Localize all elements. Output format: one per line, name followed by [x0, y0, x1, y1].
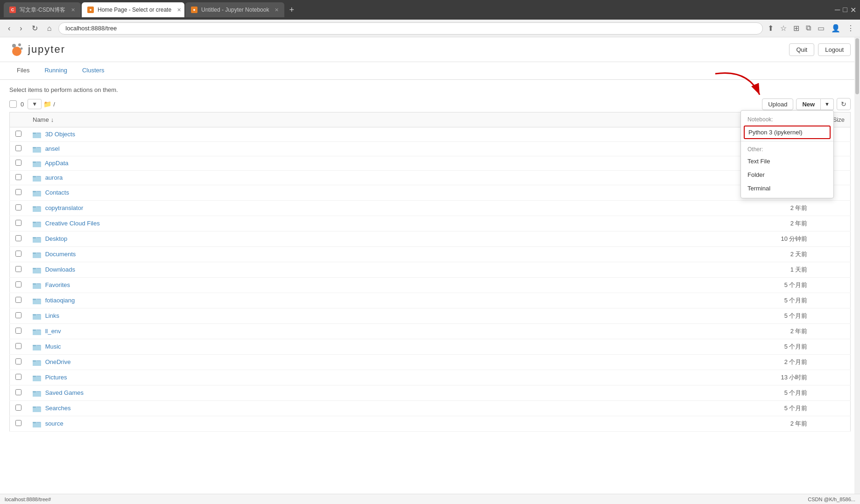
- row-checkbox-2[interactable]: [10, 156, 28, 171]
- checkbox-input-14[interactable]: [15, 343, 21, 349]
- checkbox-input-12[interactable]: [15, 312, 21, 318]
- checkbox-input-5[interactable]: [15, 204, 21, 210]
- tab-home[interactable]: ● Home Page - Select or create ✕: [82, 2, 184, 17]
- checkbox-input-9[interactable]: [15, 266, 21, 272]
- checkbox-input-19[interactable]: [15, 420, 21, 426]
- file-link-6[interactable]: Creative Cloud Files: [45, 220, 100, 227]
- checkbox-input-11[interactable]: [15, 297, 21, 303]
- reload-button[interactable]: ↻: [29, 23, 40, 34]
- checkbox-input-13[interactable]: [15, 328, 21, 334]
- file-link-12[interactable]: Links: [45, 312, 59, 319]
- minimize-btn[interactable]: ─: [835, 6, 840, 14]
- row-checkbox-18[interactable]: [10, 401, 28, 416]
- close-btn[interactable]: ✕: [850, 6, 856, 14]
- row-checkbox-16[interactable]: [10, 370, 28, 385]
- terminal-option[interactable]: Terminal: [741, 182, 833, 195]
- tab-clusters[interactable]: Clusters: [75, 62, 112, 79]
- row-checkbox-10[interactable]: [10, 278, 28, 293]
- name-col-header[interactable]: Name ↓: [27, 112, 739, 127]
- file-link-4[interactable]: Contacts: [45, 189, 69, 196]
- row-checkbox-7[interactable]: [10, 231, 28, 247]
- maximize-btn[interactable]: □: [843, 6, 847, 14]
- bookmark-icon[interactable]: ☆: [780, 24, 787, 33]
- row-checkbox-19[interactable]: [10, 416, 28, 432]
- file-link-3[interactable]: aurora: [45, 174, 63, 181]
- row-checkbox-8[interactable]: [10, 247, 28, 262]
- sidebar-icon[interactable]: ▭: [818, 24, 825, 33]
- file-link-7[interactable]: Desktop: [45, 235, 68, 242]
- file-link-1[interactable]: ansel: [45, 145, 60, 152]
- new-button-caret[interactable]: ▼: [821, 98, 834, 110]
- address-input[interactable]: [58, 22, 763, 35]
- tab-jupyter[interactable]: ● Untitled - Jupyter Notebook ✕: [185, 2, 284, 17]
- folder-option[interactable]: Folder: [741, 168, 833, 182]
- checkbox-input-7[interactable]: [15, 235, 21, 241]
- file-link-15[interactable]: OneDrive: [45, 358, 71, 365]
- row-checkbox-9[interactable]: [10, 262, 28, 278]
- tab-files[interactable]: Files: [9, 62, 37, 79]
- checkbox-input-1[interactable]: [15, 145, 21, 151]
- scrollbar[interactable]: [854, 37, 860, 432]
- file-link-13[interactable]: ll_env: [45, 328, 61, 335]
- row-checkbox-13[interactable]: [10, 324, 28, 339]
- file-link-18[interactable]: Searches: [45, 405, 71, 412]
- file-link-10[interactable]: Favorites: [45, 281, 70, 288]
- new-button[interactable]: New: [796, 98, 821, 110]
- tab-running[interactable]: Running: [37, 62, 74, 79]
- row-checkbox-0[interactable]: [10, 127, 28, 142]
- forward-button[interactable]: ›: [17, 23, 24, 34]
- row-checkbox-17[interactable]: [10, 385, 28, 401]
- extension-icon[interactable]: ⊞: [793, 24, 799, 33]
- checkbox-input-16[interactable]: [15, 374, 21, 380]
- file-link-19[interactable]: source: [45, 420, 63, 427]
- tab-groups-icon[interactable]: ⧉: [806, 24, 811, 33]
- row-checkbox-3[interactable]: [10, 171, 28, 185]
- file-link-0[interactable]: 3D Objects: [45, 131, 75, 138]
- checkbox-input-4[interactable]: [15, 189, 21, 195]
- file-link-5[interactable]: copytranslator: [45, 204, 84, 211]
- tab-jupyter-close[interactable]: ✕: [275, 7, 279, 13]
- file-link-17[interactable]: Saved Games: [45, 389, 84, 396]
- upload-button[interactable]: Upload: [762, 98, 793, 110]
- checkbox-input-17[interactable]: [15, 389, 21, 395]
- menu-icon[interactable]: ⋮: [847, 24, 854, 33]
- row-checkbox-1[interactable]: [10, 142, 28, 156]
- file-link-14[interactable]: Music: [45, 343, 61, 350]
- checkbox-input-8[interactable]: [15, 251, 21, 257]
- python3-option[interactable]: Python 3 (ipykernel): [744, 126, 831, 139]
- back-button[interactable]: ‹: [6, 23, 13, 34]
- logout-button[interactable]: Logout: [818, 43, 851, 56]
- quit-button[interactable]: Quit: [789, 43, 814, 56]
- refresh-button[interactable]: ↻: [837, 98, 851, 110]
- file-link-16[interactable]: Pictures: [45, 374, 67, 381]
- row-checkbox-5[interactable]: [10, 201, 28, 216]
- checkbox-input-0[interactable]: [15, 131, 21, 137]
- row-checkbox-12[interactable]: [10, 308, 28, 324]
- new-tab-button[interactable]: +: [285, 2, 298, 17]
- text-file-option[interactable]: Text File: [741, 154, 833, 168]
- checkbox-input-3[interactable]: [15, 174, 21, 180]
- row-checkbox-4[interactable]: [10, 185, 28, 201]
- tab-csdn-close[interactable]: ✕: [71, 7, 75, 13]
- checkbox-input-10[interactable]: [15, 281, 21, 287]
- row-checkbox-11[interactable]: [10, 293, 28, 308]
- home-button[interactable]: ⌂: [45, 23, 54, 34]
- file-link-11[interactable]: fotiaoqiang: [45, 297, 75, 304]
- checkbox-input-2[interactable]: [15, 160, 21, 166]
- sort-button[interactable]: ▼: [28, 99, 42, 109]
- account-icon[interactable]: 👤: [831, 24, 840, 33]
- row-checkbox-6[interactable]: [10, 216, 28, 231]
- scrollbar-thumb[interactable]: [855, 38, 859, 94]
- checkbox-input-15[interactable]: [15, 358, 21, 364]
- row-checkbox-15[interactable]: [10, 355, 28, 370]
- checkbox-input-6[interactable]: [15, 220, 21, 226]
- file-link-9[interactable]: Downloads: [45, 266, 75, 273]
- checkbox-input-18[interactable]: [15, 405, 21, 411]
- tab-csdn[interactable]: C 写文章-CSDN博客 ✕: [4, 2, 81, 17]
- row-checkbox-14[interactable]: [10, 339, 28, 355]
- select-all-checkbox[interactable]: [9, 100, 17, 108]
- file-link-8[interactable]: Documents: [45, 251, 76, 258]
- file-link-2[interactable]: AppData: [45, 160, 69, 167]
- share-icon[interactable]: ⬆: [768, 24, 774, 33]
- tab-home-close[interactable]: ✕: [177, 7, 181, 13]
